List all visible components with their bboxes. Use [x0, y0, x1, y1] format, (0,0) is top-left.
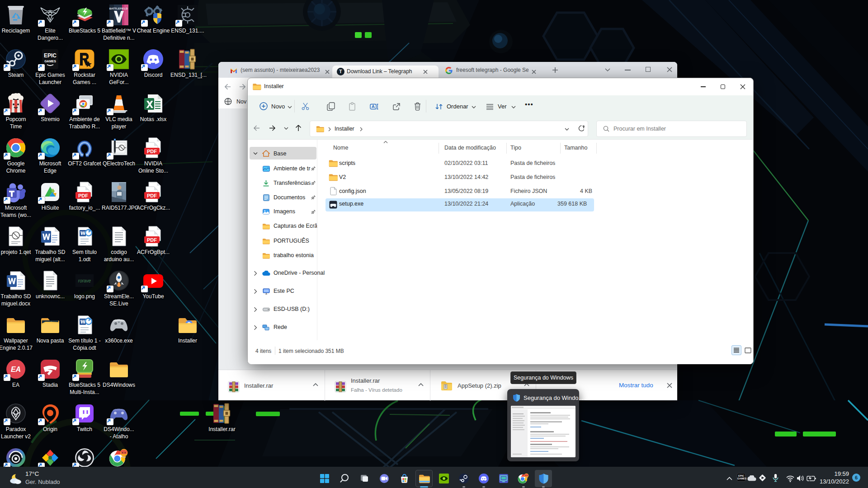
svg-text:EPIC: EPIC — [44, 52, 57, 59]
svg-text:EA: EA — [11, 366, 21, 373]
svg-text:PDF: PDF — [147, 237, 157, 243]
svg-text:rorave: rorave — [78, 278, 91, 283]
svg-text:BATTLEFIELD: BATTLEFIELD — [109, 7, 128, 10]
svg-text:GAMES: GAMES — [44, 60, 56, 63]
svg-text:PDF: PDF — [147, 193, 157, 198]
svg-text:PDF: PDF — [147, 149, 157, 154]
svg-text:PDF: PDF — [78, 193, 88, 198]
